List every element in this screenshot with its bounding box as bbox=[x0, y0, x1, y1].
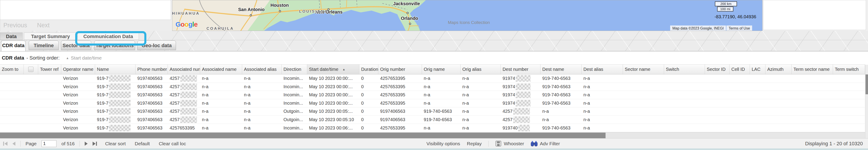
tab-data[interactable]: Data bbox=[0, 33, 23, 40]
map-label-houston: Houston bbox=[257, 3, 302, 8]
column-header-direction[interactable]: Direction bbox=[282, 65, 307, 74]
subtab-timeline[interactable]: Timeline bbox=[29, 41, 59, 50]
cell-duration: 0 bbox=[359, 91, 378, 99]
column-header-orig_number[interactable]: Orig number bbox=[378, 65, 422, 74]
column-header-lac[interactable]: LAC bbox=[750, 65, 766, 74]
toolbar-separator bbox=[80, 141, 80, 147]
cell-phone: 9197406563 bbox=[135, 74, 168, 82]
column-header-dest_number[interactable]: Dest number bbox=[501, 65, 540, 74]
next-page-button[interactable] bbox=[85, 142, 88, 146]
column-header-orig_alias[interactable]: Orig alias bbox=[461, 65, 501, 74]
cell-dest_number: 91974 bbox=[501, 91, 540, 99]
first-page-button[interactable] bbox=[3, 142, 7, 146]
last-page-button[interactable] bbox=[93, 142, 97, 146]
column-header-assoc_name[interactable]: Associated name bbox=[200, 65, 242, 74]
cell-tower_ref bbox=[38, 83, 61, 91]
cell-operator: Verizon bbox=[61, 99, 95, 107]
column-header-start[interactable]: Start date/time▲ bbox=[307, 65, 359, 74]
column-header-operator[interactable]: Operator name bbox=[61, 65, 95, 74]
previous-page-button[interactable] bbox=[12, 142, 16, 146]
cell-phone: 9197406563 bbox=[135, 99, 168, 107]
tab-target-summary[interactable]: Target Summary bbox=[24, 33, 77, 40]
column-header-assoc_alias[interactable]: Associated alias bbox=[242, 65, 282, 74]
column-header-term_switch[interactable]: Term switch bbox=[833, 65, 865, 74]
map-attribution-bar: Map data ©2023 Google, INEGI Terms of Us… bbox=[670, 26, 752, 31]
subtab-cdr-data[interactable]: CDR data bbox=[1, 41, 26, 51]
redacted-pixelation bbox=[513, 108, 530, 115]
cell-phone: 9197406563 bbox=[135, 91, 168, 99]
redacted-pixelation bbox=[180, 83, 197, 90]
column-header-zoom_to[interactable]: Zoom to bbox=[0, 65, 24, 74]
visibility-options-button[interactable]: Visibility options bbox=[427, 141, 460, 146]
default-button[interactable]: Default bbox=[135, 141, 150, 146]
map-attribution: Map data ©2023 Google, INEGI bbox=[670, 26, 726, 31]
select-all-checkbox[interactable] bbox=[28, 67, 33, 72]
column-header-dest_name[interactable]: Dest name bbox=[540, 65, 582, 74]
cell-tower_ref bbox=[38, 107, 61, 115]
map-marker-orlando[interactable] bbox=[409, 23, 411, 25]
column-header-select[interactable] bbox=[24, 65, 38, 74]
column-header-name[interactable]: Name bbox=[95, 65, 135, 74]
cell-start: May 10 2023 00:00:... bbox=[307, 99, 359, 107]
horizontal-scrollbar-thumb[interactable] bbox=[0, 133, 606, 138]
table-row[interactable]: Verizon919-791974065634257n-an-aOutgoin.… bbox=[0, 107, 868, 116]
cell-assoc_alias: n-a bbox=[242, 107, 282, 115]
page-input[interactable] bbox=[41, 140, 57, 147]
cell-orig_number: 4257653395 bbox=[378, 91, 422, 99]
cell-tower_ref bbox=[38, 74, 61, 82]
map-marker-jacksonville[interactable] bbox=[407, 12, 409, 14]
map-marker-houston[interactable] bbox=[279, 10, 281, 12]
column-header-assoc_number[interactable]: Associated number bbox=[168, 65, 200, 74]
terms-of-use-link[interactable]: Terms of Use bbox=[726, 26, 752, 31]
column-header-sector_name[interactable]: Sector name bbox=[623, 65, 664, 74]
column-header-cell_id[interactable]: Cell ID bbox=[730, 65, 750, 74]
cell-term_sector_name bbox=[792, 74, 833, 82]
vertical-scrollbar[interactable] bbox=[865, 65, 868, 138]
cell-start: May 10 2023 00:00:... bbox=[307, 74, 359, 82]
column-header-tower_ref[interactable]: Tower ref bbox=[38, 65, 61, 74]
cell-zoom_to bbox=[0, 99, 24, 107]
next-button[interactable]: Next bbox=[37, 22, 50, 29]
cell-assoc_alias: n-a bbox=[242, 91, 282, 99]
detail-panel bbox=[0, 0, 171, 20]
column-header-phone[interactable]: Phone number bbox=[135, 65, 168, 74]
cell-term_sector_name bbox=[792, 116, 833, 124]
cell-dest_alias: n-a bbox=[582, 83, 623, 91]
table-row[interactable]: Verizon919-791974065634257n-an-aIncomin.… bbox=[0, 74, 868, 83]
cell-term_sector_name bbox=[792, 124, 833, 132]
cell-direction: Incomin... bbox=[282, 83, 307, 91]
cell-zoom_to bbox=[0, 91, 24, 99]
replay-button[interactable]: Replay bbox=[467, 141, 482, 146]
redacted-pixelation bbox=[109, 108, 130, 115]
column-header-term_sector_name[interactable]: Term sector name bbox=[792, 65, 833, 74]
clear-call-loc-button[interactable]: Clear call loc bbox=[159, 141, 186, 146]
vertical-scrollbar-thumb[interactable] bbox=[866, 74, 868, 94]
column-header-switch[interactable]: Switch bbox=[664, 65, 705, 74]
adv-filter-button[interactable]: Adv Filter bbox=[531, 141, 560, 147]
cell-orig_name: 919-740-6563 bbox=[422, 107, 461, 115]
column-header-azimuth[interactable]: Azimuth bbox=[766, 65, 792, 74]
column-header-sector_id[interactable]: Sector ID bbox=[705, 65, 730, 74]
cell-term_switch bbox=[833, 91, 865, 99]
cell-duration: 0 bbox=[359, 74, 378, 82]
cell-start: May 10 2023 00:05:... bbox=[307, 107, 359, 115]
google-logo[interactable]: Google bbox=[176, 21, 197, 28]
horizontal-scrollbar[interactable] bbox=[0, 132, 868, 138]
table-row[interactable]: Verizon919-791974065634257n-an-aIncomin.… bbox=[0, 99, 868, 108]
cell-orig_alias: n-a bbox=[461, 74, 501, 82]
clear-sort-button[interactable]: Clear sort bbox=[105, 141, 126, 146]
previous-button[interactable]: Previous bbox=[3, 22, 27, 29]
table-row[interactable]: Verizon919-791974065634257n-an-aOutgoin.… bbox=[0, 116, 868, 124]
table-row[interactable]: Verizon919-791974065634257n-an-aIncomin.… bbox=[0, 83, 868, 91]
table-row[interactable]: Verizon919-791974065634257n-an-aIncomin.… bbox=[0, 91, 868, 99]
whooster-button[interactable]: Whooster bbox=[495, 141, 524, 147]
map-viewport[interactable]: San AntonioHoustonNew OrleansJacksonvill… bbox=[172, 0, 763, 31]
cell-azimuth bbox=[766, 74, 792, 82]
column-header-dest_alias[interactable]: Dest alias bbox=[582, 65, 623, 74]
column-header-orig_name[interactable]: Orig name bbox=[422, 65, 461, 74]
column-header-duration[interactable]: Duration bbox=[359, 65, 378, 74]
table-row[interactable]: Verizon919-791974065634257653395n-an-aIn… bbox=[0, 124, 868, 132]
first-page-icon bbox=[4, 142, 7, 146]
cell-orig_number: 4257653395 bbox=[378, 99, 422, 107]
map-marker-san-antonio[interactable] bbox=[250, 14, 252, 16]
